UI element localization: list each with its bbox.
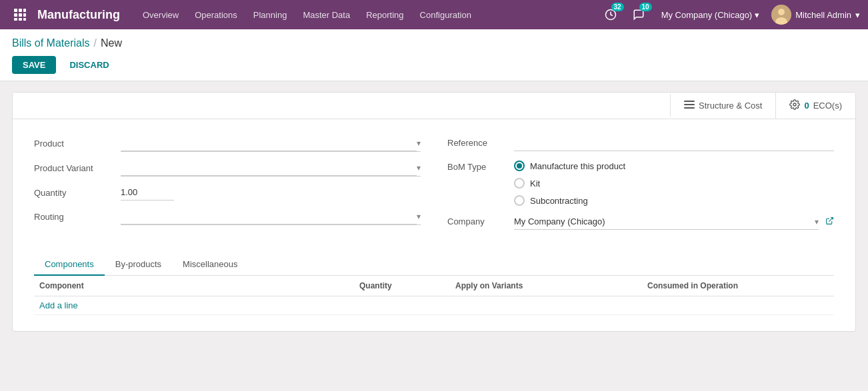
svg-rect-2	[23, 9, 26, 12]
form-right-column: Reference BoM Type	[447, 135, 834, 238]
hamburger-icon	[684, 101, 695, 111]
reference-value-area	[514, 135, 834, 151]
nav-planning[interactable]: Planning	[247, 6, 294, 24]
routing-label: Routing	[34, 212, 121, 222]
nav-right-area: 32 10 My Company (Chicago) ▾	[600, 4, 860, 25]
th-apply-variants: Apply on Variants	[450, 276, 642, 296]
tab-components[interactable]: Components	[34, 254, 105, 276]
bom-type-subcontracting[interactable]: Subcontracting	[514, 195, 834, 206]
tab-byproducts[interactable]: By-products	[105, 254, 172, 276]
product-variant-label: Product Variant	[34, 163, 121, 173]
company-dropdown-icon: ▾	[815, 217, 819, 226]
routing-field-row: Routing ▾	[34, 208, 421, 225]
reference-label: Reference	[447, 135, 514, 148]
product-input[interactable]	[121, 135, 417, 151]
bom-type-field-row: BoM Type Manufacture this product	[447, 159, 834, 206]
th-quantity: Quantity	[354, 276, 450, 296]
company-value-area: My Company (Chicago) ▾	[514, 214, 834, 230]
form-columns: Product ▾ Product Variant ▾	[34, 135, 834, 238]
nav-reporting[interactable]: Reporting	[359, 6, 410, 24]
svg-rect-15	[684, 107, 695, 109]
tab-list: Components By-products Miscellaneous	[34, 254, 834, 276]
svg-point-11	[778, 9, 785, 15]
product-field-row: Product ▾	[34, 135, 421, 152]
gear-icon	[789, 99, 800, 112]
action-bar: SAVE DISCARD	[12, 56, 856, 81]
radio-kit-circle	[514, 178, 525, 189]
external-link-icon[interactable]	[825, 216, 834, 227]
product-variant-input[interactable]	[121, 160, 417, 176]
tab-miscellaneous[interactable]: Miscellaneous	[172, 254, 248, 276]
company-select[interactable]: My Company (Chicago)	[514, 214, 815, 229]
eco-count: 0	[804, 101, 809, 111]
app-name: Manufacturing	[37, 8, 120, 22]
discard-button[interactable]: DISCARD	[61, 56, 117, 74]
company-name: My Company (Chicago)	[661, 10, 753, 20]
radio-subcontracting-label: Subcontracting	[530, 196, 588, 206]
bom-type-options-area: Manufacture this product Kit Subcontract…	[514, 159, 834, 206]
routing-dropdown-icon: ▾	[417, 212, 421, 221]
table-area: Component Quantity Apply on Variants Con…	[13, 276, 855, 331]
svg-rect-4	[19, 13, 22, 17]
form-body: Product ▾ Product Variant ▾	[13, 119, 855, 248]
table-header-row: Component Quantity Apply on Variants Con…	[34, 276, 834, 296]
radio-manufacture-circle	[514, 161, 525, 171]
quantity-input[interactable]	[121, 185, 174, 200]
svg-rect-1	[19, 9, 22, 12]
user-menu[interactable]: Mitchell Admin ▾	[771, 5, 860, 25]
user-chevron-icon: ▾	[855, 10, 860, 20]
product-variant-dropdown-icon: ▾	[417, 163, 421, 173]
reference-input[interactable]	[514, 135, 834, 151]
radio-subcontracting-circle	[514, 195, 525, 206]
nav-master-data[interactable]: Master Data	[296, 6, 357, 24]
breadcrumb-parent[interactable]: Bills of Materials	[12, 37, 89, 49]
quantity-label: Quantity	[34, 188, 121, 198]
product-label: Product	[34, 139, 121, 149]
messages-badge: 10	[639, 3, 652, 11]
messages-button[interactable]: 10	[628, 4, 649, 25]
svg-point-16	[793, 103, 796, 106]
company-select-wrapper: My Company (Chicago) ▾	[514, 214, 819, 230]
bom-type-kit[interactable]: Kit	[514, 178, 834, 189]
th-component: Component	[34, 276, 354, 296]
eco-label: ECO(s)	[813, 101, 842, 111]
radio-manufacture-label: Manufacture this product	[530, 161, 625, 171]
add-line-button[interactable]: Add a line	[39, 296, 78, 314]
top-nav: Manufacturing Overview Operations Planni…	[0, 0, 868, 29]
table-header: Component Quantity Apply on Variants Con…	[34, 276, 834, 296]
tabs-area: Components By-products Miscellaneous	[13, 254, 855, 276]
bom-type-label: BoM Type	[447, 159, 514, 172]
structure-cost-button[interactable]: Structure & Cost	[670, 94, 775, 117]
company-selector[interactable]: My Company (Chicago) ▾	[656, 7, 765, 23]
add-line-row: Add a line	[34, 296, 834, 315]
activities-button[interactable]: 32	[600, 4, 621, 25]
activities-badge: 32	[611, 3, 624, 11]
breadcrumb-current: New	[101, 37, 122, 49]
routing-select-wrapper: ▾	[121, 208, 421, 225]
eco-button[interactable]: 0 ECO(s)	[775, 93, 855, 119]
save-button[interactable]: SAVE	[12, 56, 56, 74]
grid-menu-icon[interactable]	[8, 3, 32, 27]
svg-rect-0	[14, 9, 17, 12]
components-table: Component Quantity Apply on Variants Con…	[34, 276, 834, 315]
svg-rect-8	[23, 18, 26, 21]
bom-type-manufacture[interactable]: Manufacture this product	[514, 161, 834, 171]
svg-rect-14	[684, 104, 695, 105]
avatar	[771, 5, 791, 25]
routing-input[interactable]	[121, 208, 417, 224]
svg-rect-5	[23, 13, 26, 17]
main-content: Structure & Cost 0 ECO(s)	[0, 81, 868, 342]
breadcrumb-area: Bills of Materials / New SAVE DISCARD	[0, 29, 868, 81]
table-body: Add a line	[34, 296, 834, 315]
nav-overview[interactable]: Overview	[136, 6, 185, 24]
nav-operations[interactable]: Operations	[188, 6, 244, 24]
structure-cost-label: Structure & Cost	[699, 101, 762, 111]
th-consumed-operation: Consumed in Operation	[642, 276, 834, 296]
breadcrumb-separator: /	[93, 37, 96, 49]
reference-field-row: Reference	[447, 135, 834, 151]
form-left-column: Product ▾ Product Variant ▾	[34, 135, 421, 238]
svg-line-17	[829, 218, 833, 222]
bom-type-radio-group: Manufacture this product Kit Subcontract…	[514, 159, 834, 206]
nav-configuration[interactable]: Configuration	[413, 6, 478, 24]
company-label: Company	[447, 214, 514, 226]
